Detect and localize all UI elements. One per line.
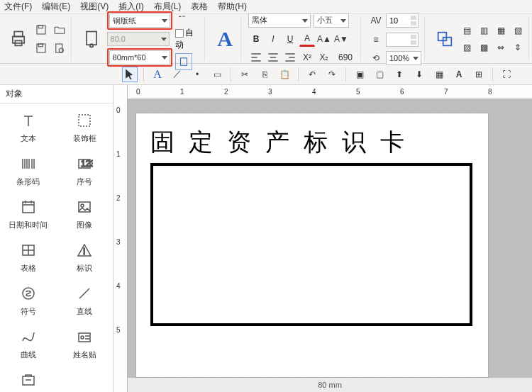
- select-tool[interactable]: [122, 67, 138, 82]
- front-button[interactable]: ⬆: [392, 67, 407, 82]
- grid-snap-button[interactable]: ⊞: [471, 67, 487, 82]
- menu-file[interactable]: 文件(F): [4, 1, 32, 13]
- ungroup-button[interactable]: ▢: [372, 67, 387, 82]
- font-color-button[interactable]: A: [299, 31, 315, 47]
- print-button[interactable]: [6, 25, 31, 53]
- paper-width-combo[interactable]: 80.0: [107, 32, 170, 46]
- sb-image[interactable]: 图像: [57, 194, 113, 233]
- spacing-group: AV 10 ≡ ⟲ 100%: [365, 17, 425, 61]
- auto-checkbox[interactable]: 自动: [175, 27, 201, 51]
- cut-button[interactable]: ✂: [237, 67, 253, 82]
- ribbon: 铜版纸 80.0 80mm*60 自动 A 黑体 小五 B I U: [0, 14, 532, 64]
- sb-symbol[interactable]: 符号: [0, 281, 57, 320]
- char-spacing-box[interactable]: 10: [386, 13, 419, 28]
- align-b[interactable]: ▩: [476, 40, 492, 55]
- align-t[interactable]: ▧: [510, 23, 526, 38]
- line-tool[interactable]: ／: [170, 67, 185, 82]
- svg-rect-0: [13, 37, 24, 43]
- menu-help[interactable]: 帮助(H): [218, 1, 247, 13]
- svg-rect-25: [23, 376, 34, 385]
- align-r[interactable]: ▦: [493, 23, 509, 38]
- label-rectangle[interactable]: [150, 163, 472, 326]
- text-tool[interactable]: A: [150, 67, 165, 82]
- svg-rect-14: [79, 115, 90, 126]
- superscript-button[interactable]: X²: [299, 50, 315, 65]
- font-size-combo[interactable]: 小五: [314, 13, 349, 28]
- sb-decor[interactable]: 装饰框: [57, 108, 113, 147]
- paper-size-combo[interactable]: 80mm*60: [109, 50, 170, 65]
- arrange-button[interactable]: [432, 25, 458, 53]
- menu-edit[interactable]: 编辑(E): [42, 1, 70, 13]
- save-as-button[interactable]: [33, 40, 50, 57]
- dist-v[interactable]: ⇕: [510, 40, 526, 55]
- svg-rect-9: [87, 32, 96, 45]
- svg-text:!: !: [83, 247, 85, 257]
- bold-button[interactable]: B: [248, 31, 264, 47]
- sidebar-title: 对象: [0, 85, 113, 103]
- dot-tool[interactable]: •: [189, 67, 205, 82]
- align-left-button[interactable]: [248, 50, 264, 65]
- font-group: 黑体 小五 B I U A A▲ A▼ X² X₂ 690: [245, 17, 361, 61]
- page-dimension: 80 mm: [128, 378, 532, 392]
- sb-curve[interactable]: 曲线: [0, 324, 57, 363]
- label-title-text[interactable]: 固定资产标识卡: [150, 126, 474, 159]
- shrink-font-button[interactable]: A▼: [333, 31, 349, 47]
- undo-button[interactable]: ↶: [304, 67, 320, 82]
- line-spacing-box[interactable]: [386, 33, 419, 47]
- font-icon-group: A: [209, 17, 241, 61]
- char-spacing-icon: AV: [368, 13, 384, 28]
- underline-button[interactable]: U: [282, 31, 298, 47]
- align-c[interactable]: ▥: [476, 23, 492, 38]
- align-l[interactable]: ▤: [459, 23, 475, 38]
- svg-rect-13: [443, 38, 452, 46]
- rect-tool[interactable]: ▭: [209, 67, 225, 82]
- canvas[interactable]: 固定资产标识卡: [128, 99, 532, 378]
- svg-point-8: [59, 48, 63, 52]
- sb-serial[interactable]: 123序号: [57, 151, 113, 190]
- sb-datetime[interactable]: 日期和时间: [0, 194, 57, 233]
- italic-button[interactable]: I: [265, 31, 281, 47]
- font-family-combo[interactable]: 黑体: [248, 13, 311, 28]
- sb-line[interactable]: 直线: [57, 281, 113, 320]
- sb-table[interactable]: 表格: [0, 237, 57, 276]
- align-center-button[interactable]: [265, 50, 281, 65]
- save-button[interactable]: [33, 21, 50, 38]
- page-group: 铜版纸 80.0 80mm*60 自动: [76, 17, 205, 61]
- svg-point-10: [89, 44, 93, 47]
- sb-text[interactable]: 文本: [0, 108, 57, 147]
- rotate-value: 690: [333, 50, 358, 65]
- paper-type-combo[interactable]: 铜版纸: [109, 13, 170, 28]
- text-dir-button[interactable]: A: [451, 67, 467, 82]
- line-spacing-icon: ≡: [368, 32, 384, 47]
- redo-button[interactable]: ↷: [324, 67, 340, 82]
- svg-rect-11: [180, 58, 187, 66]
- back-button[interactable]: ⬇: [411, 67, 427, 82]
- sb-barcode[interactable]: 条形码: [0, 151, 57, 190]
- group-button[interactable]: ▣: [352, 67, 367, 82]
- sb-nametag[interactable]: 姓名贴: [57, 324, 113, 363]
- rotate-button[interactable]: ⟲: [368, 50, 384, 66]
- grow-font-button[interactable]: A▲: [316, 31, 332, 47]
- zoom-combo[interactable]: 100%: [386, 51, 421, 65]
- sb-marker[interactable]: !标识: [57, 237, 113, 276]
- align-right-button[interactable]: [282, 50, 298, 65]
- link-icon[interactable]: [175, 8, 192, 25]
- sb-quicktag[interactable]: 快捷姓名贴: [0, 367, 57, 392]
- zoom-fit-button[interactable]: ⛶: [499, 67, 514, 82]
- open-button[interactable]: [51, 21, 68, 38]
- horizontal-ruler: 0 1 2 3 4 5 6 7 8: [128, 85, 532, 99]
- copy-button[interactable]: ⎘: [257, 67, 272, 82]
- svg-point-24: [81, 336, 84, 339]
- paste-button[interactable]: 📋: [277, 67, 292, 82]
- svg-text:123: 123: [81, 159, 93, 169]
- subscript-button[interactable]: X₂: [316, 50, 332, 65]
- svg-rect-12: [438, 33, 447, 41]
- paper-size-highlight: 80mm*60: [107, 48, 172, 67]
- svg-point-19: [81, 204, 84, 207]
- dist-h[interactable]: ⇔: [493, 40, 509, 55]
- preview-button[interactable]: [51, 40, 68, 57]
- align-m[interactable]: ▨: [459, 40, 475, 55]
- grid-button[interactable]: ▦: [431, 67, 447, 82]
- page-setup-button[interactable]: [79, 25, 104, 53]
- label-page[interactable]: 固定资产标识卡: [136, 113, 488, 377]
